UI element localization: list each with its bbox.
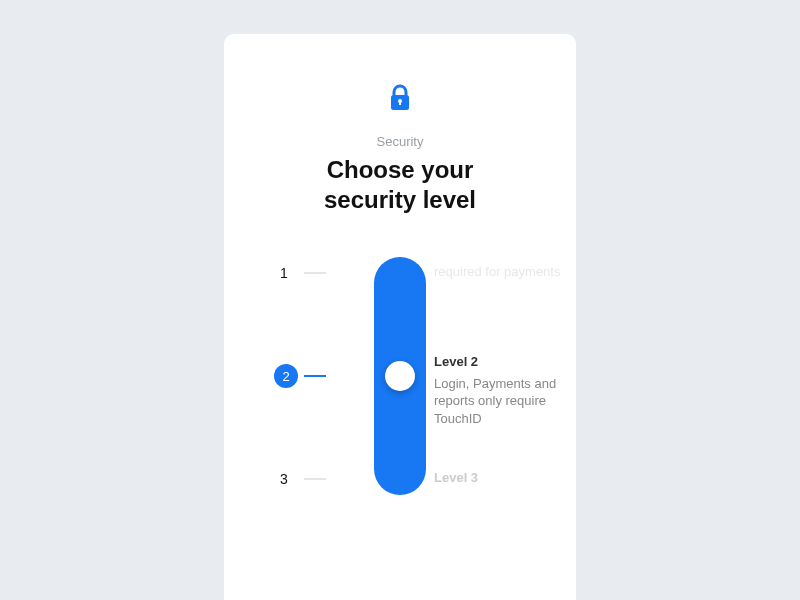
level-1-desc-body: required for payments: [434, 263, 560, 281]
slider-thumb[interactable]: [385, 361, 415, 391]
page-title: Choose your security level: [324, 155, 476, 215]
slider-track[interactable]: [374, 257, 426, 495]
level-2-desc-title: Level 2: [434, 353, 564, 371]
level-numbers-column: 1 2 3: [274, 257, 334, 507]
level-2-desc-body: Login, Payments and reports only require…: [434, 375, 564, 428]
security-slider: 1 2 3 required for payments Level 2 Logi…: [224, 257, 576, 507]
level-3-description: Level 3: [434, 469, 478, 491]
title-line-2: security level: [324, 186, 476, 213]
level-1-label[interactable]: 1: [280, 261, 288, 285]
level-2-label[interactable]: 2: [274, 364, 298, 388]
level-2-description: Level 2 Login, Payments and reports only…: [434, 353, 564, 427]
tick-3: [304, 478, 326, 480]
level-descriptions-column: required for payments Level 2 Login, Pay…: [434, 257, 564, 507]
svg-rect-2: [399, 101, 401, 105]
tick-2: [304, 375, 326, 377]
tick-1: [304, 272, 326, 274]
lock-icon: [388, 84, 412, 116]
eyebrow-label: Security: [377, 134, 424, 149]
level-3-desc-title: Level 3: [434, 469, 478, 487]
title-line-1: Choose your: [327, 156, 474, 183]
level-1-description: required for payments: [434, 263, 560, 281]
level-3-label[interactable]: 3: [280, 467, 288, 491]
security-level-card: Security Choose your security level 1 2 …: [224, 34, 576, 600]
